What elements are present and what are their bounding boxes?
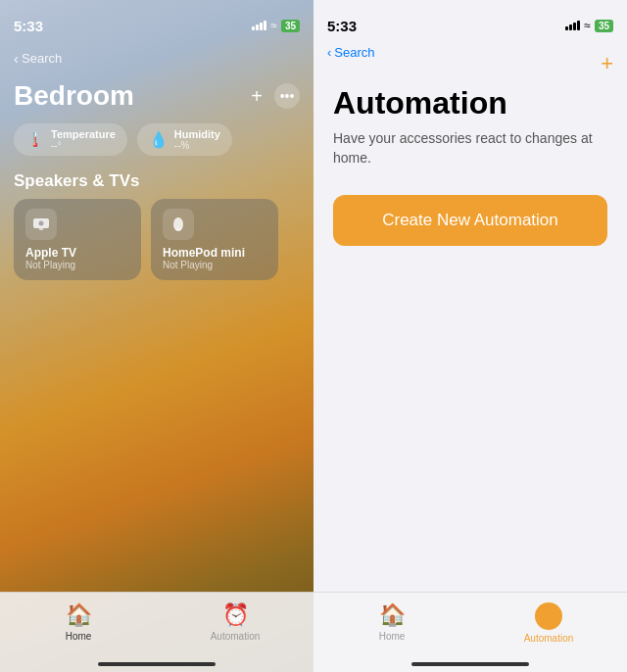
appletv-name: Apple TV	[25, 246, 129, 260]
tab-home-left[interactable]: 🏠 Home	[0, 602, 157, 642]
signal-icon-right	[565, 21, 580, 30]
appletv-status: Not Playing	[25, 260, 129, 270]
tab-automation-right[interactable]: ✓ Automation	[470, 602, 627, 644]
device-card-appletv[interactable]: Apple TV Not Playing	[14, 199, 141, 280]
signal-icon-left	[252, 21, 266, 30]
temperature-label: Temperature	[51, 128, 116, 140]
status-icons-right: ≈ 35	[565, 19, 613, 32]
automation-content: Automation Have your accessories react t…	[314, 66, 627, 592]
home-tab-icon-right: 🏠	[379, 602, 406, 628]
humidity-label: Humidity	[174, 128, 220, 140]
left-content: 5:33 ≈ 35 ‹ Search Bedroom	[0, 0, 314, 672]
plus-button-right[interactable]: +	[601, 51, 613, 76]
automation-page-title: Automation	[333, 85, 607, 121]
status-time-left: 5:33	[14, 18, 43, 34]
svg-point-2	[39, 221, 44, 226]
section-header-speakers: Speakers & TVs	[0, 166, 314, 199]
home-tab-icon-left: 🏠	[66, 602, 92, 628]
automation-tab-label-right: Automation	[524, 633, 574, 644]
tab-automation-left[interactable]: ⏰ Automation	[157, 602, 314, 642]
room-title: Bedroom	[14, 80, 134, 112]
homepod-name: HomePod mini	[163, 246, 266, 260]
temperature-value: --°	[51, 140, 116, 151]
status-bar-right: 5:33 ≈ 35	[314, 0, 627, 43]
home-bar: Bedroom + •••	[0, 76, 314, 120]
status-bar-left: 5:33 ≈ 35	[0, 0, 314, 43]
create-automation-button[interactable]: Create New Automation	[333, 195, 607, 246]
status-icons-left: ≈ 35	[252, 19, 300, 32]
device-grid: Apple TV Not Playing HomePod mini Not Pl…	[0, 199, 314, 280]
appletv-icon	[25, 209, 57, 240]
automation-tab-icon-right: ✓	[535, 602, 562, 630]
tab-indicator-left	[98, 662, 216, 666]
automation-tab-label-left: Automation	[211, 631, 261, 642]
battery-right: 35	[595, 20, 613, 32]
automation-subtitle: Have your accessories react to changes a…	[333, 129, 607, 168]
sensors-row: 🌡️ Temperature --° 💧 Humidity --%	[0, 120, 314, 166]
add-button-left[interactable]: +	[251, 85, 263, 108]
home-tab-label-left: Home	[66, 631, 92, 642]
nav-bar-right: ‹ Search	[314, 43, 627, 66]
home-tab-label-right: Home	[379, 631, 406, 642]
tab-home-right[interactable]: 🏠 Home	[314, 602, 470, 642]
home-actions: + •••	[251, 83, 300, 109]
wifi-icon-right: ≈	[584, 19, 591, 32]
back-label-right: Search	[334, 45, 374, 60]
more-button-left[interactable]: •••	[274, 83, 300, 109]
device-card-homepod[interactable]: HomePod mini Not Playing	[151, 199, 278, 280]
homepod-status: Not Playing	[163, 260, 266, 270]
humidity-info: Humidity --%	[174, 128, 220, 151]
humidity-chip[interactable]: 💧 Humidity --%	[137, 123, 232, 156]
back-button-left[interactable]: ‹ Search	[14, 50, 62, 67]
tab-indicator-right	[411, 662, 529, 666]
homepod-icon	[163, 209, 194, 240]
temperature-info: Temperature --°	[51, 128, 116, 151]
humidity-value: --%	[174, 140, 220, 151]
automation-tab-icon-left: ⏰	[222, 602, 249, 628]
chevron-left-icon-right: ‹	[327, 45, 331, 60]
humidity-icon: 💧	[149, 130, 169, 149]
chevron-left-icon: ‹	[14, 50, 19, 67]
tab-bar-left: 🏠 Home ⏰ Automation	[0, 592, 314, 672]
nav-bar-left: ‹ Search	[0, 43, 314, 76]
temperature-icon: 🌡️	[25, 130, 45, 149]
svg-rect-1	[39, 228, 43, 230]
battery-left: 35	[281, 20, 300, 32]
status-time-right: 5:33	[327, 18, 357, 34]
wifi-icon-left: ≈	[270, 19, 277, 32]
right-panel: 5:33 ≈ 35 ‹ Search + Automation Have you…	[314, 0, 627, 672]
back-label-left: Search	[22, 51, 62, 66]
tab-bar-right: 🏠 Home ✓ Automation	[314, 592, 627, 672]
back-button-right[interactable]: ‹ Search	[327, 45, 375, 60]
svg-point-4	[175, 228, 181, 231]
left-panel: 5:33 ≈ 35 ‹ Search Bedroom	[0, 0, 314, 672]
temperature-chip[interactable]: 🌡️ Temperature --°	[14, 123, 127, 156]
